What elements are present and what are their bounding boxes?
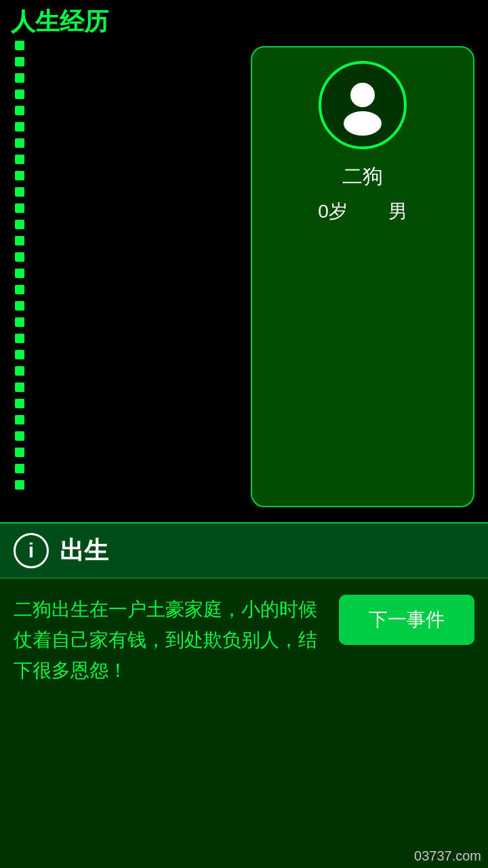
timeline-dot xyxy=(15,106,24,115)
timeline-dot xyxy=(15,382,24,392)
event-title: 出生 xyxy=(60,534,108,568)
header: 人生经历 xyxy=(0,0,488,44)
timeline-dot xyxy=(15,285,24,294)
timeline-dot xyxy=(15,220,24,229)
watermark: 03737.com xyxy=(414,848,481,864)
character-stats: 0岁 男 xyxy=(318,199,407,224)
timeline-dot xyxy=(15,138,24,148)
page-title: 人生经历 xyxy=(11,7,108,35)
timeline-dot xyxy=(15,350,24,359)
info-icon: i xyxy=(14,533,49,568)
timeline-dot xyxy=(15,203,24,213)
timeline-dot xyxy=(15,399,24,408)
timeline-dot xyxy=(15,448,24,457)
timeline-dot xyxy=(15,301,24,311)
timeline-dot xyxy=(15,90,24,99)
timeline-dot xyxy=(15,236,24,245)
timeline-dot xyxy=(15,415,24,425)
character-age: 0岁 xyxy=(318,199,348,224)
avatar xyxy=(319,61,407,149)
timeline-dot xyxy=(15,431,24,441)
event-panel: i 出生 二狗出生在一户土豪家庭，小的时候仗着自己家有钱，到处欺负别人，结下很多… xyxy=(0,522,488,868)
timeline-dot xyxy=(15,269,24,278)
event-header: i 出生 xyxy=(0,524,488,578)
avatar-icon xyxy=(332,75,393,136)
character-gender: 男 xyxy=(388,199,407,224)
character-card: 二狗 0岁 男 xyxy=(251,46,474,507)
timeline-dot xyxy=(15,171,24,180)
svg-point-0 xyxy=(350,83,375,107)
timeline xyxy=(14,41,26,515)
timeline-dot xyxy=(15,334,24,343)
timeline-dot xyxy=(15,317,24,327)
next-event-button[interactable]: 下一事件 xyxy=(339,595,474,645)
event-text: 二狗出生在一户土豪家庭，小的时候仗着自己家有钱，到处欺负别人，结下很多恩怨！ xyxy=(14,595,325,686)
timeline-dot xyxy=(15,122,24,132)
timeline-dot xyxy=(15,155,24,164)
timeline-dot xyxy=(15,57,24,66)
timeline-dot xyxy=(15,252,24,262)
event-body: 二狗出生在一户土豪家庭，小的时候仗着自己家有钱，到处欺负别人，结下很多恩怨！ 下… xyxy=(0,578,488,702)
timeline-dot xyxy=(15,464,24,473)
timeline-dot xyxy=(15,187,24,197)
svg-point-1 xyxy=(344,111,382,136)
timeline-dot xyxy=(15,73,24,83)
timeline-dot xyxy=(15,480,24,490)
character-name: 二狗 xyxy=(342,163,383,191)
timeline-dot xyxy=(15,366,24,376)
